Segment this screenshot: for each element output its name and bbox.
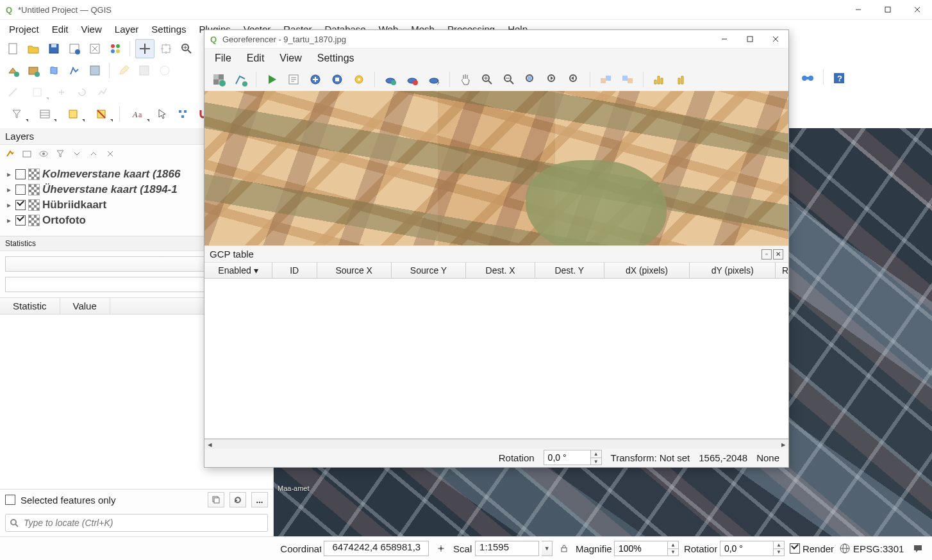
sb-crs-button[interactable]: EPSG:3301 bbox=[839, 543, 904, 554]
sb-magnifier-input[interactable] bbox=[615, 541, 667, 556]
gcp-horizontal-scrollbar[interactable]: ◂▸ bbox=[204, 439, 788, 449]
processing-toolbox-icon[interactable] bbox=[799, 69, 817, 87]
lock-scale-icon[interactable] bbox=[558, 542, 570, 555]
remove-layer-icon[interactable] bbox=[104, 147, 117, 160]
gcp-col-resid[interactable]: Resid bbox=[776, 263, 788, 278]
georef-minimize-button[interactable] bbox=[711, 30, 737, 48]
georef-zoom-last-icon[interactable] bbox=[544, 70, 562, 88]
georef-move-point-icon[interactable] bbox=[425, 70, 443, 88]
georef-menu-view[interactable]: View bbox=[272, 49, 309, 67]
spin-up-icon[interactable]: ▲ bbox=[774, 541, 784, 549]
stats-col-value[interactable]: Value bbox=[60, 298, 110, 314]
messages-icon[interactable] bbox=[909, 539, 927, 557]
new-spatialite-icon[interactable] bbox=[65, 62, 83, 79]
georef-menu-edit[interactable]: Edit bbox=[239, 49, 272, 67]
toggle-extents-icon[interactable] bbox=[434, 541, 448, 556]
spin-down-icon[interactable]: ▼ bbox=[591, 458, 601, 465]
expand-icon[interactable]: ▸ bbox=[5, 185, 13, 194]
georef-maximize-button[interactable] bbox=[737, 30, 763, 48]
georef-raster-canvas[interactable] bbox=[204, 91, 788, 245]
save-edits-icon[interactable] bbox=[135, 62, 153, 79]
expand-icon[interactable]: ▸ bbox=[5, 170, 13, 179]
sb-rotation-input[interactable] bbox=[720, 541, 773, 556]
select-features-icon[interactable] bbox=[60, 105, 86, 123]
gcp-table[interactable]: Enabled ▾ ID Source X Source Y Dest. X D… bbox=[204, 263, 788, 439]
manage-visibility-icon[interactable] bbox=[37, 147, 50, 160]
georef-close-button[interactable] bbox=[763, 30, 788, 48]
georef-zoom-to-layer-icon[interactable] bbox=[522, 70, 540, 88]
window-minimize-button[interactable] bbox=[844, 0, 873, 19]
start-georef-icon[interactable] bbox=[263, 70, 281, 88]
open-project-icon[interactable] bbox=[24, 40, 42, 58]
collapse-all-icon[interactable] bbox=[87, 147, 100, 160]
georef-rotation-spinner[interactable]: ▲▼ bbox=[544, 450, 602, 465]
spin-down-icon[interactable]: ▼ bbox=[668, 549, 678, 556]
generate-script-icon[interactable] bbox=[285, 70, 303, 88]
stats-options-button[interactable]: ... bbox=[251, 492, 268, 507]
expand-icon[interactable]: ▸ bbox=[5, 216, 13, 225]
save-gcp-icon[interactable] bbox=[328, 70, 346, 88]
show-layout-manager-icon[interactable] bbox=[86, 40, 104, 58]
layer-visibility-checkbox[interactable] bbox=[15, 215, 26, 226]
gcp-col-dstx[interactable]: Dest. X bbox=[466, 263, 535, 278]
copy-stats-button[interactable] bbox=[208, 492, 224, 507]
menu-view[interactable]: View bbox=[75, 20, 108, 38]
menu-layer[interactable]: Layer bbox=[108, 20, 146, 38]
gcp-col-srcy[interactable]: Source Y bbox=[392, 263, 466, 278]
georef-menu-settings[interactable]: Settings bbox=[310, 49, 362, 67]
add-point-icon[interactable] bbox=[231, 70, 249, 88]
simplify-feature-icon[interactable] bbox=[94, 83, 112, 101]
digitize-icon[interactable] bbox=[4, 83, 22, 101]
layer-visibility-checkbox[interactable] bbox=[15, 169, 26, 179]
spin-up-icon[interactable]: ▲ bbox=[591, 450, 601, 458]
spin-up-icon[interactable]: ▲ bbox=[668, 541, 678, 549]
georef-menu-file[interactable]: File bbox=[207, 49, 239, 67]
menu-edit[interactable]: Edit bbox=[46, 20, 75, 38]
refresh-stats-button[interactable] bbox=[229, 492, 246, 507]
georef-zoom-in-icon[interactable] bbox=[478, 70, 496, 88]
shape-digitize-icon[interactable] bbox=[24, 83, 50, 101]
zoom-in-icon[interactable] bbox=[178, 40, 196, 58]
render-checkbox[interactable] bbox=[790, 543, 800, 554]
table-icon[interactable] bbox=[32, 105, 58, 123]
georef-delete-point-icon[interactable] bbox=[403, 70, 421, 88]
gcp-col-srcx[interactable]: Source X bbox=[317, 263, 392, 278]
gcp-col-dsty[interactable]: Dest. Y bbox=[535, 263, 604, 278]
menu-settings[interactable]: Settings bbox=[145, 20, 192, 38]
gcp-close-button[interactable]: ✕ bbox=[773, 249, 783, 259]
pointer-icon[interactable] bbox=[153, 105, 171, 123]
vertex-tool-icon[interactable] bbox=[174, 105, 192, 123]
sb-coord-value[interactable]: 6474242,4 658981,3 bbox=[324, 541, 429, 556]
open-raster-icon[interactable] bbox=[210, 70, 228, 88]
filter-icon[interactable] bbox=[4, 105, 29, 123]
stats-col-statistic[interactable]: Statistic bbox=[0, 298, 60, 314]
new-geopackage-icon[interactable] bbox=[24, 62, 42, 79]
pan-to-selection-icon[interactable] bbox=[157, 40, 175, 58]
link-georef-to-qgis-icon[interactable] bbox=[597, 70, 615, 88]
locator-input[interactable] bbox=[22, 517, 267, 529]
spin-down-icon[interactable]: ▼ bbox=[774, 549, 784, 556]
new-print-layout-icon[interactable] bbox=[65, 40, 83, 58]
georef-zoom-next-icon[interactable] bbox=[565, 70, 583, 88]
label-toolbar-icon[interactable]: Aa bbox=[125, 105, 151, 123]
add-feature-icon[interactable] bbox=[156, 62, 174, 79]
toggle-editing-icon[interactable] bbox=[115, 62, 133, 79]
gcp-col-dyp[interactable]: dY (pixels) bbox=[690, 263, 776, 278]
menu-project[interactable]: Project bbox=[3, 20, 46, 38]
new-virtual-layer-icon[interactable] bbox=[86, 62, 104, 79]
gcp-col-enabled[interactable]: Enabled ▾ bbox=[204, 263, 272, 278]
locator-bar[interactable] bbox=[5, 514, 268, 532]
new-project-icon[interactable] bbox=[4, 40, 22, 58]
selected-only-checkbox[interactable] bbox=[5, 495, 15, 505]
window-maximize-button[interactable] bbox=[873, 0, 903, 19]
add-vector-layer-icon[interactable] bbox=[4, 62, 22, 79]
gcp-undock-button[interactable]: ▫ bbox=[761, 249, 772, 259]
move-feature-icon[interactable] bbox=[53, 83, 71, 101]
sb-magnifier-spinner[interactable]: ▲▼ bbox=[614, 541, 679, 556]
expand-icon[interactable]: ▸ bbox=[5, 201, 13, 210]
expand-all-icon[interactable] bbox=[71, 147, 83, 160]
filter-legend-icon[interactable] bbox=[54, 147, 67, 160]
layer-styling-icon[interactable] bbox=[4, 147, 17, 160]
layer-visibility-checkbox[interactable] bbox=[15, 200, 26, 210]
local-histogram-icon[interactable] bbox=[672, 70, 690, 88]
